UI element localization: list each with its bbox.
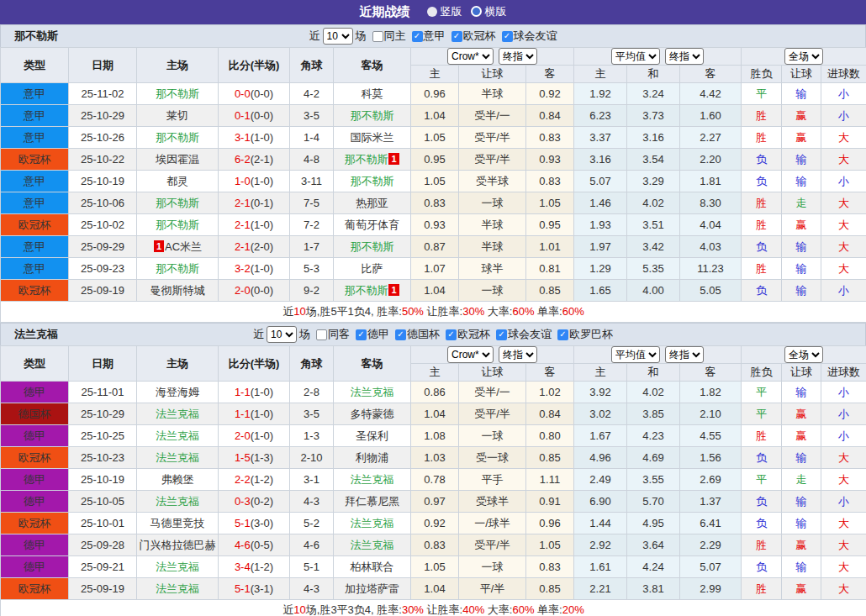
- league-checkbox[interactable]: ✓意甲: [412, 29, 446, 44]
- average-select[interactable]: 平均值: [611, 48, 660, 65]
- corners: 1-3: [290, 425, 334, 447]
- column-header: 主场: [137, 48, 219, 83]
- match-row: 意甲25-09-23那不勒斯3-2(1-0)5-3比萨1.07球半0.811.2…: [1, 258, 866, 280]
- checkbox-checked-icon: ✓: [412, 31, 423, 42]
- odds-home: 1.05: [411, 556, 459, 578]
- fulltime-score: 2-2: [235, 473, 251, 486]
- corners: 7-2: [290, 214, 334, 236]
- away-team: 加拉塔萨雷: [334, 578, 411, 600]
- red-card-badge: 1: [388, 153, 399, 165]
- match-date: 25-11-01: [69, 382, 137, 403]
- match-date: 25-09-28: [69, 534, 137, 556]
- league-type-badge: 欧冠杯: [1, 578, 69, 600]
- final-index-select-2[interactable]: 终指: [665, 346, 704, 363]
- avg-away: 2.69: [680, 469, 742, 491]
- checkbox-label: 球会友谊: [514, 29, 557, 44]
- league-type-badge: 德甲: [1, 534, 69, 556]
- avg-home: 1.29: [574, 258, 627, 280]
- match-row: 欧冠杯25-10-02那不勒斯2-1(1-0)7-2葡萄牙体育0.93半球0.9…: [1, 214, 866, 236]
- halftime-score: (1-2): [251, 473, 273, 486]
- crow-select[interactable]: Crow*: [447, 48, 494, 65]
- result-handicap: 赢: [782, 127, 821, 149]
- avg-home: 1.65: [574, 280, 627, 302]
- result-goals: 小: [821, 280, 866, 302]
- away-team: 科莫: [334, 83, 411, 105]
- scope-select[interactable]: 全场: [784, 346, 823, 363]
- radio-label: 竖版: [441, 4, 462, 19]
- title-bar: 近期战绩 竖版横版: [0, 0, 866, 24]
- result-winlose: 负: [742, 447, 782, 469]
- result-winlose: 负: [742, 280, 782, 302]
- odds-handicap: 一/球半: [459, 513, 526, 534]
- odds-home: 0.78: [411, 469, 459, 491]
- checkbox-unchecked-icon: [316, 329, 327, 340]
- same-venue-checkbox[interactable]: 同主: [372, 29, 406, 44]
- result-handicap: 输: [782, 236, 821, 258]
- result-winlose: 胜: [742, 192, 782, 214]
- avg-home: 4.96: [574, 447, 627, 469]
- league-checkbox[interactable]: ✓球会友谊: [502, 29, 557, 44]
- corners: 1-7: [290, 236, 334, 258]
- final-index-select[interactable]: 终指: [499, 346, 537, 363]
- corners: 7-5: [290, 192, 334, 214]
- sub-column-header: 客: [680, 66, 742, 83]
- average-select[interactable]: 平均值: [611, 346, 660, 363]
- halftime-score: (0-5): [251, 539, 273, 551]
- league-checkbox[interactable]: ✓球会友谊: [496, 327, 552, 342]
- odds-away: 0.83: [526, 127, 574, 149]
- final-index-select-2[interactable]: 终指: [665, 48, 704, 65]
- odds-handicap: 受球半: [459, 491, 526, 513]
- match-row: 意甲25-10-29莱切0-1(0-0)3-5那不勒斯1.04受半/一0.846…: [1, 105, 866, 127]
- layout-radio-vertical[interactable]: 竖版: [427, 4, 462, 19]
- result-handicap: 输: [782, 149, 821, 171]
- away-team: 那不勒斯1: [334, 280, 411, 302]
- league-type-badge: 德甲: [1, 556, 69, 578]
- league-checkbox[interactable]: ✓欧罗巴杯: [557, 327, 613, 342]
- odds-home: 0.86: [411, 382, 459, 403]
- final-index-select[interactable]: 终指: [499, 48, 537, 65]
- result-handicap: 输: [782, 382, 821, 403]
- result-goals: 小: [821, 403, 866, 425]
- odds-away: 0.96: [526, 513, 574, 534]
- summary-segment: 10: [293, 603, 305, 616]
- odds-handicap: 受一球: [459, 447, 526, 469]
- games-count-select[interactable]: 10: [323, 28, 353, 45]
- team-label: 海登海姆: [156, 386, 199, 398]
- crow-select[interactable]: Crow*: [447, 346, 494, 363]
- home-team: 门兴格拉德巴赫: [137, 534, 219, 556]
- layout-radio-horizontal[interactable]: 横版: [471, 4, 507, 19]
- summary-segment: 30%: [462, 305, 484, 318]
- league-checkbox[interactable]: ✓欧冠杯: [446, 327, 490, 342]
- games-count-select[interactable]: 10: [267, 326, 297, 343]
- halftime-score: (0-0): [251, 109, 273, 122]
- filter-controls: 近10场同主✓意甲✓欧冠杯✓球会友谊: [309, 28, 557, 45]
- league-type-badge: 欧冠杯: [1, 214, 69, 236]
- result-goals: 大: [821, 556, 866, 578]
- odds-home: 0.87: [411, 236, 459, 258]
- league-checkbox[interactable]: ✓德国杯: [395, 327, 440, 342]
- away-team: 那不勒斯: [334, 236, 411, 258]
- avg-away: 2.27: [680, 127, 742, 149]
- odds-away: 0.85: [526, 447, 574, 469]
- odds-away: 0.93: [526, 149, 574, 171]
- summary-segment: 60%: [512, 305, 534, 318]
- home-team: 都灵: [137, 171, 219, 192]
- result-winlose: 胜: [742, 127, 782, 149]
- league-type-badge: 意甲: [1, 236, 69, 258]
- avg-home: 6.23: [574, 105, 627, 127]
- match-date: 25-10-02: [69, 214, 137, 236]
- scope-select[interactable]: 全场: [784, 48, 823, 65]
- away-team: 利物浦: [334, 447, 411, 469]
- avg-home: 1.93: [574, 214, 627, 236]
- column-header: 比分(半场): [219, 48, 290, 83]
- league-checkbox[interactable]: ✓欧冠杯: [451, 29, 496, 44]
- result-goals: 小: [821, 83, 866, 105]
- same-venue-checkbox[interactable]: 同客: [316, 327, 350, 342]
- matches-table: 类型日期主场比分(半场)角球客场Crow*终指平均值终指全场主让球客主和客胜负让…: [0, 47, 866, 323]
- league-checkbox[interactable]: ✓德甲: [356, 327, 389, 342]
- halftime-score: (3-0): [251, 517, 273, 529]
- checkbox-label: 欧冠杯: [457, 327, 490, 342]
- result-goals: 小: [821, 171, 866, 192]
- avg-home: 2.21: [574, 578, 627, 600]
- odds-handicap: 一球: [459, 556, 526, 578]
